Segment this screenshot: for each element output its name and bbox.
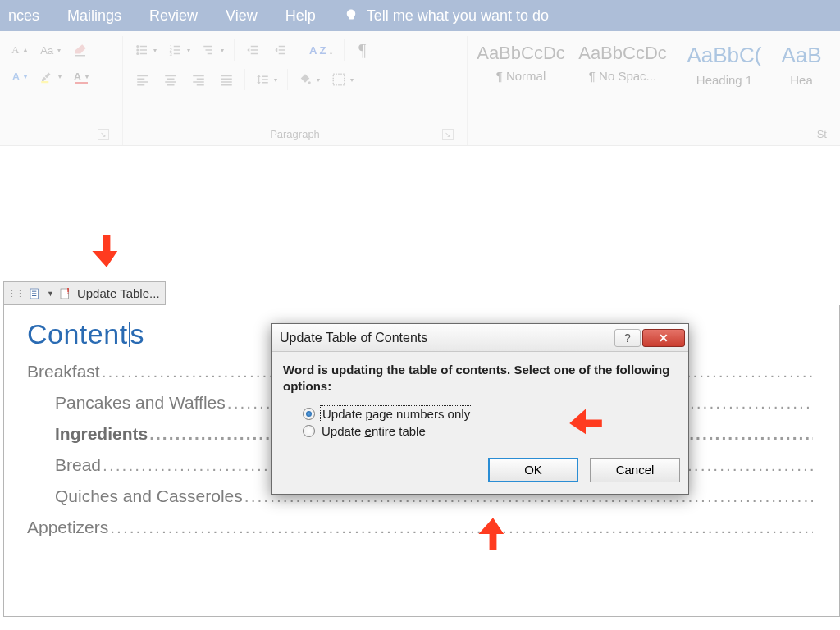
radio-selected-icon[interactable] <box>303 408 315 420</box>
svg-rect-29 <box>167 84 175 86</box>
svg-rect-34 <box>221 75 232 77</box>
change-case-button[interactable]: Aa▾ <box>37 39 64 61</box>
toc-mini-toolbar: ⋮⋮ ▼ ! Update Table... <box>3 281 166 305</box>
tab-review[interactable]: Review <box>149 7 198 25</box>
text-cursor-icon <box>129 322 130 347</box>
svg-point-1 <box>136 45 139 48</box>
decrease-indent-button[interactable] <box>241 39 264 61</box>
svg-rect-45 <box>32 293 36 294</box>
close-button[interactable]: ✕ <box>642 329 685 347</box>
grow-font-button[interactable]: A▲ <box>8 39 32 61</box>
svg-text:!: ! <box>66 287 70 296</box>
svg-rect-46 <box>32 295 36 296</box>
svg-point-3 <box>136 49 139 52</box>
tab-view[interactable]: View <box>226 7 258 25</box>
style-heading-fragment[interactable]: AaB Hea <box>781 43 822 87</box>
svg-rect-28 <box>165 81 176 83</box>
svg-rect-8 <box>174 46 180 48</box>
shading-button[interactable]: ▾ <box>294 69 323 90</box>
align-center-button[interactable] <box>159 69 182 90</box>
align-right-button[interactable] <box>187 69 210 90</box>
sort-button[interactable]: AZ↓ <box>306 39 337 61</box>
tell-me-search[interactable]: Tell me what you want to do <box>344 7 549 25</box>
tab-references-fragment[interactable]: nces <box>8 7 39 25</box>
svg-text:3: 3 <box>170 52 173 57</box>
increase-indent-button[interactable] <box>269 39 292 61</box>
borders-button[interactable]: ▾ <box>328 69 357 90</box>
toolbar-grip-icon[interactable]: ⋮⋮ <box>7 290 24 297</box>
tab-help[interactable]: Help <box>285 7 316 25</box>
svg-rect-33 <box>197 84 204 86</box>
ribbon-tabstrip: nces Mailings Review View Help Tell me w… <box>0 0 840 31</box>
font-color-button[interactable]: A▾ <box>70 66 93 87</box>
multilevel-icon <box>202 43 217 57</box>
update-table-icon[interactable]: ! <box>59 287 72 300</box>
svg-rect-24 <box>137 81 148 83</box>
text-effects-button[interactable]: A▾ <box>8 66 31 87</box>
callout-arrow-icon <box>89 233 125 269</box>
show-marks-button[interactable]: ¶ <box>351 39 374 61</box>
svg-rect-14 <box>206 49 212 51</box>
paragraph-group-label: Paragraph <box>270 128 320 140</box>
svg-rect-40 <box>262 82 268 84</box>
option-update-page-numbers[interactable]: Update page numbers only <box>303 407 677 421</box>
svg-rect-2 <box>140 46 147 48</box>
dialog-titlebar[interactable]: Update Table of Contents ? ✕ <box>272 324 688 352</box>
lightbulb-icon <box>344 8 358 23</box>
borders-icon <box>331 72 346 87</box>
align-left-button[interactable] <box>131 69 154 90</box>
svg-rect-25 <box>137 84 144 86</box>
bullets-button[interactable]: ▾ <box>131 39 160 61</box>
svg-rect-10 <box>174 49 180 51</box>
option-update-entire-table[interactable]: Update entire table <box>303 424 677 438</box>
justify-button[interactable] <box>215 69 238 90</box>
indent-icon <box>273 43 288 57</box>
clear-formatting-button[interactable] <box>69 39 92 61</box>
paragraph-dialog-launcher-icon[interactable]: ↘ <box>442 129 454 140</box>
dialog-message: Word is updating the table of contents. … <box>283 362 677 395</box>
svg-rect-4 <box>140 49 147 51</box>
line-spacing-button[interactable]: ▾ <box>252 69 281 90</box>
align-center-icon <box>163 72 178 87</box>
multilevel-list-button[interactable]: ▾ <box>199 39 227 61</box>
numbering-icon: 123 <box>168 43 183 57</box>
svg-rect-27 <box>167 79 175 80</box>
update-toc-dialog: Update Table of Contents ? ✕ Word is upd… <box>271 323 689 495</box>
svg-rect-23 <box>137 79 144 80</box>
toc-entry[interactable]: Appetizers..............................… <box>27 518 813 537</box>
tell-me-label: Tell me what you want to do <box>367 7 549 25</box>
tab-mailings[interactable]: Mailings <box>67 7 121 25</box>
ribbon-body: A▲ Aa▾ A▾ ▾ A▾ ↘ <box>0 31 840 146</box>
numbering-button[interactable]: 123▾ <box>165 39 194 61</box>
toc-settings-icon[interactable] <box>29 287 42 300</box>
svg-rect-17 <box>251 49 258 51</box>
bullets-icon <box>135 43 149 57</box>
line-spacing-icon <box>255 72 270 87</box>
help-button[interactable]: ? <box>614 329 641 347</box>
svg-rect-44 <box>32 290 36 291</box>
callout-arrow-icon <box>475 516 511 552</box>
svg-rect-15 <box>208 53 212 55</box>
svg-rect-35 <box>221 79 232 80</box>
ok-button[interactable]: OK <box>488 458 578 482</box>
update-table-button[interactable]: Update Table... <box>77 286 160 300</box>
highlight-button[interactable]: ▾ <box>36 66 65 87</box>
styles-gallery[interactable]: AaBbCcDc ¶ Normal AaBbCcDc ¶ No Spac... … <box>476 39 822 126</box>
cancel-button[interactable]: Cancel <box>590 458 680 482</box>
radio-unselected-icon[interactable] <box>303 425 315 437</box>
svg-rect-21 <box>279 53 285 55</box>
style-normal[interactable]: AaBbCcDc ¶ Normal <box>476 43 566 83</box>
svg-rect-18 <box>251 53 258 55</box>
svg-rect-12 <box>174 53 180 55</box>
svg-rect-37 <box>221 84 232 86</box>
style-no-spacing[interactable]: AaBbCcDc ¶ No Spac... <box>578 43 668 83</box>
svg-rect-42 <box>333 74 345 85</box>
svg-rect-26 <box>165 75 176 77</box>
style-heading-1[interactable]: AaBbC( Heading 1 <box>679 43 769 87</box>
svg-point-5 <box>136 52 139 55</box>
svg-rect-30 <box>193 75 204 77</box>
paint-bucket-icon <box>298 72 313 87</box>
toc-dropdown-icon[interactable]: ▼ <box>47 290 54 298</box>
svg-rect-6 <box>140 53 147 55</box>
font-dialog-launcher-icon[interactable]: ↘ <box>98 129 109 140</box>
